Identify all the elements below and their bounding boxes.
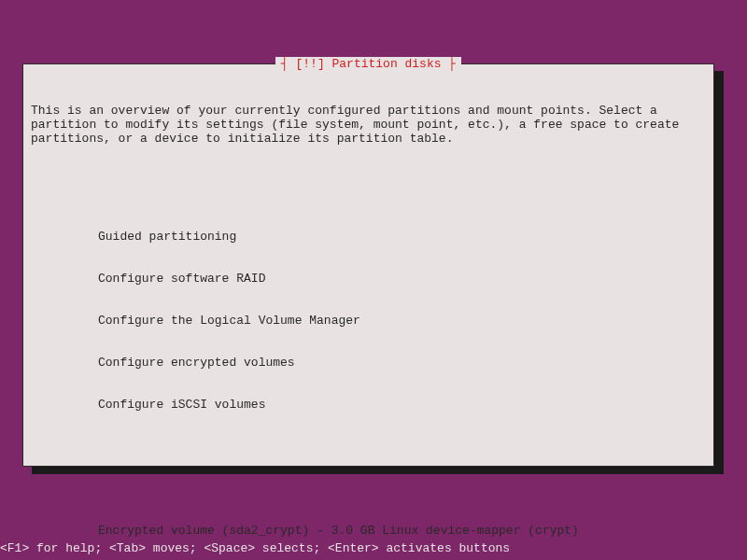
menu-configure-encrypted[interactable]: Configure encrypted volumes bbox=[98, 356, 706, 370]
menu-guided-partitioning[interactable]: Guided partitioning bbox=[98, 230, 706, 244]
partition-dialog: ┤ [!!] Partition disks ├ This is an over… bbox=[22, 63, 714, 467]
description-text: This is an overview of your currently co… bbox=[31, 104, 706, 146]
disk-encrypted-volume[interactable]: Encrypted volume (sda2_crypt) - 3.0 GB L… bbox=[98, 524, 706, 538]
menu-configure-iscsi[interactable]: Configure iSCSI volumes bbox=[98, 398, 706, 412]
dialog-title-inner: ┤ [!!] Partition disks ├ bbox=[275, 57, 461, 71]
menu-group-config: Guided partitioning Configure software R… bbox=[98, 202, 706, 440]
dialog-title: ┤ [!!] Partition disks ├ bbox=[281, 57, 456, 71]
menu-configure-raid[interactable]: Configure software RAID bbox=[98, 272, 706, 286]
dialog-title-wrap: ┤ [!!] Partition disks ├ bbox=[23, 57, 713, 71]
dialog-content: This is an overview of your currently co… bbox=[23, 64, 713, 560]
menu-configure-lvm[interactable]: Configure the Logical Volume Manager bbox=[98, 314, 706, 328]
footer-help-text: <F1> for help; <Tab> moves; <Space> sele… bbox=[0, 541, 510, 555]
